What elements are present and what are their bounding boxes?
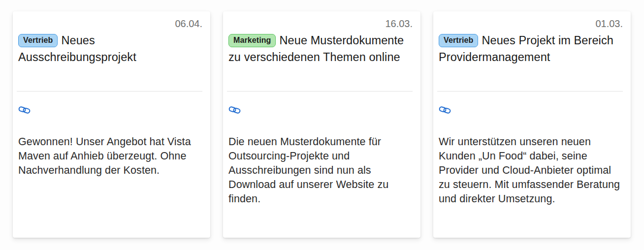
attachment-row (18, 104, 202, 116)
card-body: Wir unterstützen unseren neuen Kunden „U… (439, 135, 623, 206)
card-date: 01.03. (439, 17, 623, 30)
divider (17, 91, 202, 92)
category-badge: Vertrieb (439, 34, 478, 47)
category-badge: Vertrieb (18, 34, 58, 47)
card-title: VertriebNeues Ausschreibungsprojekt (18, 32, 202, 91)
card-body: Die neuen Musterdokumente für Outsourcin… (228, 135, 413, 206)
card-date: 16.03. (228, 17, 413, 30)
card-body: Gewonnen! Unser Angebot hat Vista Maven … (18, 135, 202, 178)
divider (437, 91, 623, 92)
divider (227, 91, 413, 92)
attachment-row (439, 104, 623, 116)
news-card[interactable]: 01.03. VertriebNeues Projekt im Bereich … (433, 11, 631, 238)
news-card[interactable]: 16.03. MarketingNeue Musterdokumente zu … (223, 11, 420, 238)
news-card[interactable]: 06.04. VertriebNeues Ausschreibungsproje… (13, 11, 210, 238)
card-title: VertriebNeues Projekt im Bereich Provide… (439, 32, 623, 91)
link-icon[interactable] (439, 104, 451, 116)
card-title: MarketingNeue Musterdokumente zu verschi… (228, 32, 413, 91)
link-icon[interactable] (228, 104, 241, 116)
attachment-row (228, 104, 413, 116)
card-date: 06.04. (18, 17, 202, 30)
link-icon[interactable] (18, 104, 31, 116)
category-badge: Marketing (228, 34, 276, 47)
news-board: 06.04. VertriebNeues Ausschreibungsproje… (0, 0, 644, 238)
